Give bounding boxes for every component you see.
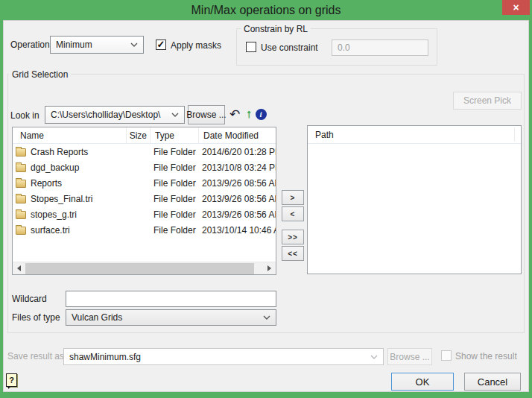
wildcard-label: Wildcard	[12, 294, 47, 304]
operation-label: Operation	[10, 40, 50, 50]
file-type: File Folder	[149, 178, 197, 189]
left-triangle-icon	[17, 265, 21, 271]
file-row[interactable]: Reports File Folder 2013/9/26 08:56 AM	[13, 175, 276, 191]
show-result-checkbox[interactable]	[441, 350, 452, 361]
constraint-value: 0.0	[338, 42, 350, 53]
file-name: Reports	[31, 178, 125, 189]
close-icon: ×	[513, 1, 519, 13]
file-row[interactable]: dgd_backup File Folder 2013/10/8 03:24 P…	[13, 159, 276, 175]
look-in-path: C:\Users\cholliday\Desktop\	[45, 110, 171, 120]
file-row[interactable]: Stopes_Final.tri File Folder 2013/9/26 0…	[13, 191, 276, 206]
folder-icon	[16, 211, 26, 219]
file-type: File Folder	[149, 209, 197, 220]
file-row[interactable]: Crash Reports File Folder 2014/6/20 01:2…	[13, 144, 276, 159]
ok-label: OK	[416, 376, 430, 388]
scroll-left-arrow[interactable]	[13, 262, 25, 274]
column-header-type[interactable]: Type	[151, 127, 199, 143]
horizontal-scrollbar[interactable]	[13, 262, 276, 274]
screen-pick-label: Screen Pick	[463, 95, 511, 106]
chevron-down-icon	[171, 113, 179, 117]
save-result-value: shawMinimum.sfg	[64, 352, 370, 362]
browse-folder-label: Browse ...	[186, 110, 226, 120]
cancel-button[interactable]: Cancel	[464, 373, 521, 391]
file-modified: 2013/9/26 08:56 AM	[197, 178, 276, 189]
operation-value: Minimum	[51, 40, 130, 50]
operation-select[interactable]: Minimum	[50, 36, 144, 54]
constrain-group-label: Constrain by RL	[241, 24, 311, 34]
use-constraint-checkbox[interactable]	[246, 42, 256, 52]
title-bar[interactable]: Min/Max operations on grids	[0, 0, 532, 20]
grid-selection-group-label: Grid Selection	[9, 69, 71, 80]
file-row[interactable]: stopes_g.tri File Folder 2013/9/26 08:56…	[13, 206, 276, 222]
chevron-down-icon	[130, 42, 138, 47]
look-in-label: Look in	[10, 110, 39, 121]
file-name: stopes_g.tri	[31, 209, 125, 220]
help-icon[interactable]: ?	[6, 373, 17, 387]
selected-paths-list[interactable]: Path	[307, 125, 522, 274]
files-of-type-label: Files of type	[12, 312, 60, 323]
use-constraint-label: Use constraint	[261, 42, 318, 53]
scroll-right-arrow[interactable]	[263, 262, 276, 274]
cancel-label: Cancel	[478, 376, 507, 388]
info-icon[interactable]: i	[255, 108, 267, 120]
file-row[interactable]: surface.tri File Folder 2013/10/14 10:46…	[13, 222, 276, 238]
file-type: File Folder	[149, 162, 197, 173]
add-all-button[interactable]: >>	[282, 230, 304, 244]
chevron-down-icon	[263, 315, 270, 320]
folder-icon	[16, 180, 26, 188]
column-header-size[interactable]: Size	[127, 127, 151, 143]
file-modified: 2013/10/14 10:46 AM	[197, 225, 276, 236]
wildcard-input[interactable]	[66, 291, 276, 307]
browse-save-label: Browse ...	[390, 352, 429, 362]
remove-all-button[interactable]: <<	[282, 246, 304, 261]
screen-pick-button[interactable]: Screen Pick	[453, 92, 522, 110]
file-modified: 2013/9/26 08:56 AM	[197, 194, 276, 204]
column-header-path[interactable]: Path	[315, 130, 334, 140]
path-list-header: Path	[308, 126, 521, 144]
folder-icon	[16, 148, 26, 157]
apply-masks-label: Apply masks	[171, 40, 221, 51]
file-modified: 2014/6/20 01:28 PM	[197, 147, 276, 157]
files-of-type-value: Vulcan Grids	[66, 312, 263, 323]
up-directory-icon[interactable]: ↑	[243, 106, 255, 122]
dialog-window: Min/Max operations on grids × Operation …	[0, 0, 532, 398]
ok-button[interactable]: OK	[391, 373, 454, 391]
save-result-as-label: Save result as	[7, 351, 64, 361]
file-type: File Folder	[149, 147, 197, 157]
folder-icon	[16, 227, 26, 235]
right-triangle-icon	[267, 265, 271, 271]
column-header-date-modified[interactable]: Date Modified	[199, 127, 276, 143]
remove-button[interactable]: <	[282, 206, 304, 221]
look-in-select[interactable]: C:\Users\cholliday\Desktop\	[45, 106, 185, 124]
folder-icon	[16, 195, 26, 203]
file-type: File Folder	[149, 225, 197, 236]
file-name: surface.tri	[31, 225, 125, 236]
dialog-title: Min/Max operations on grids	[191, 4, 341, 17]
check-icon: ✓	[157, 40, 165, 49]
file-name: Crash Reports	[31, 147, 125, 157]
undo-icon[interactable]: ↶	[228, 106, 241, 122]
chevron-down-icon	[370, 355, 378, 359]
file-list: Name Size Type Date Modified Crash Repor…	[12, 127, 276, 275]
file-name: dgd_backup	[31, 162, 125, 173]
folder-icon	[16, 164, 26, 172]
save-result-select[interactable]: shawMinimum.sfg	[63, 348, 384, 365]
browse-save-button[interactable]: Browse ...	[387, 348, 432, 365]
apply-masks-checkbox[interactable]: ✓	[156, 40, 166, 50]
file-type: File Folder	[149, 194, 197, 204]
scrollbar-thumb[interactable]	[25, 263, 254, 274]
close-button[interactable]: ×	[502, 0, 530, 15]
show-result-label: Show the result	[455, 351, 517, 361]
file-list-header: Name Size Type Date Modified	[13, 127, 276, 144]
files-of-type-select[interactable]: Vulcan Grids	[66, 309, 276, 326]
file-modified: 2013/10/8 03:24 PM	[197, 162, 276, 173]
file-name: Stopes_Final.tri	[31, 194, 125, 204]
browse-folder-button[interactable]: Browse ...	[188, 105, 225, 124]
add-button[interactable]: >	[282, 190, 304, 205]
file-modified: 2013/9/26 08:56 AM	[197, 209, 276, 220]
constraint-value-field[interactable]: 0.0	[332, 40, 428, 56]
column-header-name[interactable]: Name	[13, 127, 127, 143]
